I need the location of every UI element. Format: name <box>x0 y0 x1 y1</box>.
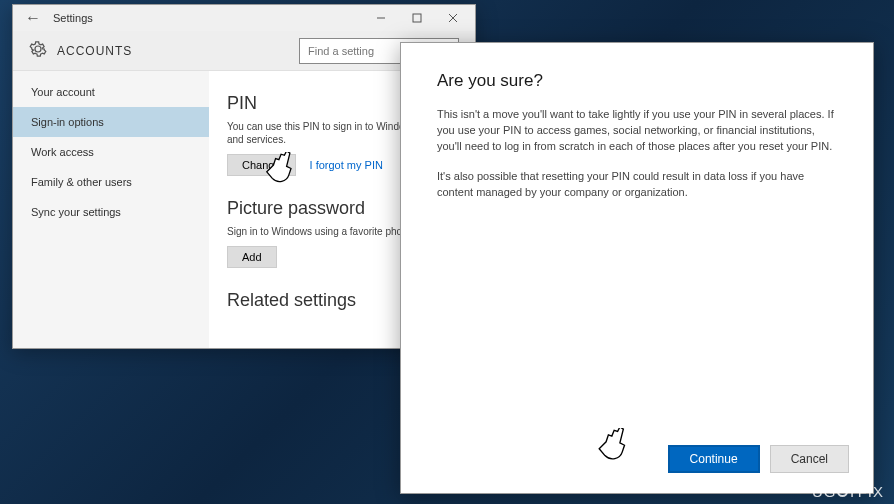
accounts-header: ACCOUNTS <box>57 44 132 58</box>
sidebar-item-your-account[interactable]: Your account <box>13 77 209 107</box>
dialog-buttons: Continue Cancel <box>401 429 873 493</box>
dialog-paragraph-1: This isn't a move you'll want to take li… <box>437 107 837 155</box>
gear-icon <box>29 40 47 62</box>
svg-rect-1 <box>413 14 421 22</box>
dialog-paragraph-2: It's also possible that resetting your P… <box>437 169 837 201</box>
minimize-button[interactable] <box>363 5 399 31</box>
close-button[interactable] <box>435 5 471 31</box>
dialog-content: Are you sure? This isn't a move you'll w… <box>401 43 873 429</box>
maximize-button[interactable] <box>399 5 435 31</box>
sidebar-item-signin-options[interactable]: Sign-in options <box>13 107 209 137</box>
cancel-button[interactable]: Cancel <box>770 445 849 473</box>
window-title: Settings <box>53 12 93 24</box>
continue-button[interactable]: Continue <box>668 445 760 473</box>
back-button[interactable]: ← <box>17 9 49 27</box>
titlebar: ← Settings <box>13 5 475 31</box>
sidebar-item-sync-settings[interactable]: Sync your settings <box>13 197 209 227</box>
watermark: UGTFIX <box>812 483 884 500</box>
sidebar: Your account Sign-in options Work access… <box>13 71 209 348</box>
window-controls <box>363 5 471 31</box>
change-pin-button[interactable]: Change <box>227 154 296 176</box>
confirm-dialog: Are you sure? This isn't a move you'll w… <box>400 42 874 494</box>
sidebar-item-work-access[interactable]: Work access <box>13 137 209 167</box>
sidebar-item-family-users[interactable]: Family & other users <box>13 167 209 197</box>
dialog-title: Are you sure? <box>437 71 837 91</box>
add-picture-password-button[interactable]: Add <box>227 246 277 268</box>
forgot-pin-link[interactable]: I forgot my PIN <box>310 159 383 171</box>
search-placeholder: Find a setting <box>308 45 374 57</box>
